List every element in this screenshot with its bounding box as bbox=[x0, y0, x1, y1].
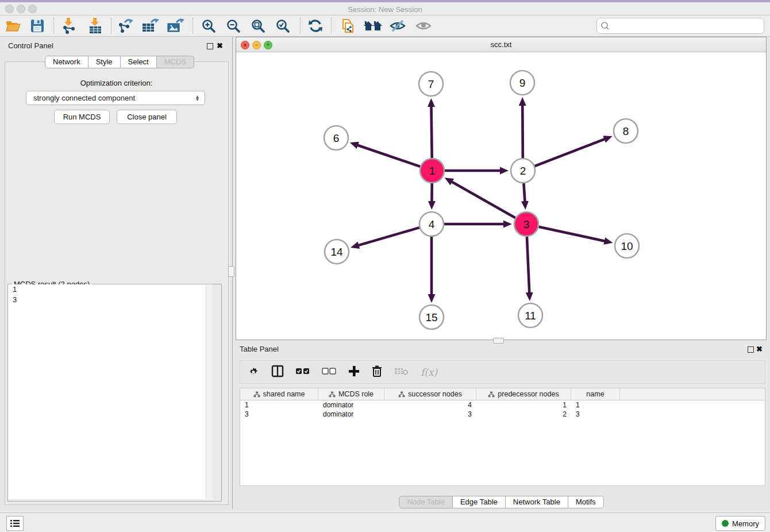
table-cell[interactable]: 1 bbox=[571, 400, 620, 410]
column-header-predecessor-nodes[interactable]: predecessor nodes bbox=[476, 388, 571, 400]
import-table-icon[interactable] bbox=[85, 16, 106, 36]
show-all-networks-icon[interactable] bbox=[363, 16, 383, 36]
import-network-icon[interactable] bbox=[59, 16, 79, 36]
refresh-icon[interactable] bbox=[305, 16, 326, 36]
graph-node-label: 8 bbox=[623, 125, 629, 137]
control-panel-close-icon[interactable]: ✖ bbox=[217, 41, 223, 50]
save-session-icon[interactable] bbox=[27, 16, 48, 36]
graph-edge-1-6[interactable] bbox=[357, 145, 420, 167]
graph-edge-1-7[interactable] bbox=[432, 106, 432, 158]
delete-column-icon[interactable] bbox=[371, 365, 383, 380]
zoom-out-icon[interactable] bbox=[223, 16, 244, 36]
table-toolbar: f(x) bbox=[240, 360, 765, 384]
run-mcds-button[interactable]: Run MCDS bbox=[54, 110, 110, 124]
tab-edge-table[interactable]: Edge Table bbox=[453, 496, 506, 508]
deselect-all-icon[interactable] bbox=[322, 367, 337, 377]
graph-edge-3-10[interactable] bbox=[538, 227, 605, 241]
graph-node-label: 7 bbox=[428, 78, 434, 90]
zoom-fit-icon[interactable] bbox=[248, 16, 268, 36]
tab-network[interactable]: Network bbox=[45, 56, 88, 68]
horizontal-splitter-grip[interactable] bbox=[493, 338, 504, 344]
task-history-button[interactable] bbox=[6, 516, 24, 531]
tab-motifs[interactable]: Motifs bbox=[568, 496, 604, 508]
graph-edge-arrowhead bbox=[351, 242, 360, 249]
export-table-icon[interactable] bbox=[140, 16, 161, 36]
table-cell[interactable]: 2 bbox=[476, 410, 571, 419]
graph-edge-2-3[interactable] bbox=[523, 183, 525, 202]
toolbar-separator bbox=[300, 18, 301, 34]
table-panel-float-icon[interactable] bbox=[748, 346, 754, 353]
table-row[interactable]: 1dominator411 bbox=[240, 400, 765, 410]
toolbar-separator bbox=[53, 18, 55, 34]
mcds-result-list[interactable]: 13 bbox=[8, 284, 213, 499]
graph-edge-arrowhead bbox=[503, 221, 512, 228]
table-row[interactable]: 3dominator323 bbox=[240, 410, 765, 419]
toolbar-separator bbox=[331, 18, 332, 34]
search-input[interactable] bbox=[612, 21, 764, 31]
table-cell[interactable]: 4 bbox=[384, 400, 476, 410]
show-hidden-icon[interactable] bbox=[413, 16, 434, 36]
column-view-icon[interactable] bbox=[271, 365, 284, 380]
tab-mcds[interactable]: MCDS bbox=[157, 56, 194, 68]
zoom-selected-icon[interactable] bbox=[272, 16, 293, 36]
graph-edge-2-9[interactable] bbox=[522, 105, 523, 158]
table-cell[interactable]: 3 bbox=[240, 410, 318, 419]
export-network-icon[interactable] bbox=[115, 16, 136, 36]
table-cell[interactable]: 1 bbox=[240, 400, 318, 410]
open-session-icon[interactable] bbox=[3, 16, 24, 36]
add-column-icon[interactable] bbox=[348, 365, 360, 379]
new-network-from-selection-icon[interactable] bbox=[337, 16, 358, 36]
vertical-splitter-grip[interactable] bbox=[228, 266, 234, 277]
tab-node-table[interactable]: Node Table bbox=[399, 496, 453, 508]
graph-edge-2-8[interactable] bbox=[535, 139, 606, 166]
graph-node-label: 15 bbox=[425, 311, 437, 323]
node-table[interactable]: shared nameMCDS rolesuccessor nodesprede… bbox=[240, 388, 765, 486]
tab-select[interactable]: Select bbox=[121, 56, 157, 68]
table-cell[interactable]: 1 bbox=[476, 400, 571, 410]
window-titlebar: Session: New Session bbox=[0, 2, 770, 16]
graph-node-label: 6 bbox=[333, 132, 340, 144]
tab-network-table[interactable]: Network Table bbox=[506, 496, 568, 508]
graph-edge-arrowhead bbox=[526, 292, 533, 301]
result-item[interactable]: 3 bbox=[8, 295, 213, 305]
mcds-result-scrollbar[interactable] bbox=[206, 285, 213, 499]
graph-edge-3-11[interactable] bbox=[527, 237, 529, 294]
criterion-dropdown[interactable]: strongly connected component ▲▼ bbox=[26, 91, 205, 105]
table-cell[interactable]: dominator bbox=[318, 410, 384, 419]
column-header-label: MCDS role bbox=[338, 390, 374, 398]
tab-style[interactable]: Style bbox=[88, 56, 121, 68]
select-all-icon[interactable] bbox=[295, 367, 310, 377]
graph-edge-arrowhead bbox=[521, 201, 529, 210]
graph-edge-4-14[interactable] bbox=[357, 228, 419, 245]
table-panel-close-icon[interactable]: ✖ bbox=[756, 345, 763, 353]
network-canvas-svg[interactable]: 7968124314101511 bbox=[236, 52, 766, 340]
column-header-successor-nodes[interactable]: successor nodes bbox=[384, 388, 476, 400]
column-header-name[interactable]: name bbox=[571, 388, 620, 400]
hide-selected-icon[interactable] bbox=[387, 16, 408, 36]
memory-button[interactable]: Memory bbox=[715, 516, 765, 531]
search-field[interactable] bbox=[596, 18, 764, 34]
control-panel-tabs: NetworkStyleSelectMCDS bbox=[45, 56, 194, 68]
network-window-titlebar[interactable]: x – + scc.txt bbox=[236, 37, 766, 52]
graph-edge-arrowhead bbox=[428, 201, 436, 210]
table-settings-gear-icon[interactable] bbox=[247, 365, 260, 380]
zoom-in-icon[interactable] bbox=[198, 16, 219, 36]
graph-edge-3-1[interactable] bbox=[451, 182, 515, 218]
column-type-icon bbox=[488, 391, 495, 398]
column-header-MCDS-role[interactable]: MCDS role bbox=[318, 388, 384, 400]
table-cell[interactable]: 3 bbox=[571, 410, 620, 419]
graph-node-label: 1 bbox=[429, 165, 436, 177]
close-panel-button[interactable]: Close panel bbox=[117, 110, 177, 124]
optimization-criterion-label: Optimization criterion: bbox=[0, 79, 233, 87]
network-window-title: scc.txt bbox=[236, 40, 766, 49]
table-cell[interactable]: dominator bbox=[318, 400, 384, 410]
export-image-icon[interactable] bbox=[165, 16, 186, 36]
column-header-shared-name[interactable]: shared name bbox=[240, 388, 318, 400]
graph-edge-arrowhead bbox=[428, 98, 435, 107]
window-title: Session: New Session bbox=[0, 5, 770, 14]
function-builder-icon: f(x) bbox=[421, 367, 437, 378]
control-panel-float-icon[interactable] bbox=[207, 43, 213, 49]
result-item[interactable]: 1 bbox=[8, 284, 213, 295]
column-header-label: name bbox=[586, 390, 604, 398]
table-cell[interactable]: 3 bbox=[384, 410, 476, 419]
